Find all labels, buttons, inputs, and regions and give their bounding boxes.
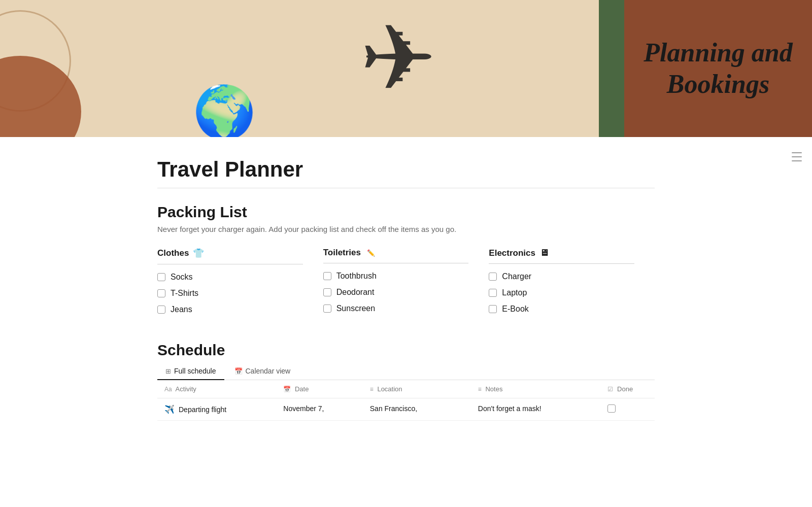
checkbox-laptop[interactable] [489,289,497,297]
scrollbar[interactable] [792,152,802,161]
checkbox-jeans[interactable] [157,306,165,314]
schedule-table: Aa Activity 📅 Date ≡ Location ≡ Notes [157,380,655,421]
list-item[interactable]: T-Shirts [157,289,303,298]
date-cell[interactable]: November 7, [276,398,362,421]
item-label: Socks [171,273,193,282]
electronics-label: Electronics [489,248,535,258]
toiletries-column-header: Toiletries ✏️ [323,248,469,263]
item-label: T-Shirts [171,289,198,298]
activity-emoji: ✈️ [164,404,175,414]
pencil-icon: ✏️ [367,249,375,257]
packing-list-title: Packing List [157,204,655,221]
list-item[interactable]: Toothbrush [323,272,469,281]
table-header-row: Aa Activity 📅 Date ≡ Location ≡ Notes [157,380,655,398]
tab-calendar-label: Calendar view [246,367,291,375]
list-item[interactable]: Laptop [489,288,634,297]
activity-name: Departing flight [179,405,226,414]
header-banner: ✈ 🌍 Planning and Bookings [0,0,812,137]
checkbox-toothbrush[interactable] [323,272,331,280]
brown-section: Planning and Bookings [624,0,812,137]
th-notes: ≡ Notes [471,380,601,398]
packing-list-description: Never forget your charger again. Add you… [157,225,655,233]
scrollbar-track-2 [792,160,802,161]
date-value: November 7, [283,404,324,413]
aa-icon: Aa [164,386,172,393]
toiletries-label: Toiletries [323,248,361,258]
page-title: Travel Planner [157,157,655,182]
clothes-label: Clothes [157,248,189,258]
item-label: Sunscreen [336,304,376,313]
main-content: Travel Planner Packing List Never forget… [127,137,685,441]
packing-columns: Clothes 👕 Socks T-Shirts Jeans [157,248,655,321]
notes-value: Don't forget a mask! [478,404,542,413]
notes-cell[interactable]: Don't forget a mask! [471,398,601,421]
list-item[interactable]: E-Book [489,305,634,314]
tab-full-schedule[interactable]: ⊞ Full schedule [157,363,224,380]
checkbox-deodorant[interactable] [323,288,331,296]
item-label: Charger [502,272,531,281]
checkbox-sunscreen[interactable] [323,305,331,313]
activity-cell[interactable]: ✈️ Departing flight [157,398,276,421]
done-icon: ☑ [607,386,613,393]
clothes-column: Clothes 👕 Socks T-Shirts Jeans [157,248,323,321]
globe-illustration: 🌍 [193,82,256,137]
scrollbar-track [792,152,802,153]
calendar-icon: 📅 [234,367,243,375]
table-row: ✈️ Departing flight November 7, San Fran… [157,398,655,421]
th-done: ☑ Done [600,380,655,398]
item-label: E-Book [502,305,528,314]
title-divider [157,188,655,188]
th-location: ≡ Location [363,380,471,398]
notes-icon: ≡ [478,386,482,393]
electronics-column: Electronics 🖥 Charger Laptop E-Book [489,248,655,321]
item-label: Laptop [502,288,527,297]
item-label: Deodorant [336,288,375,297]
clothes-icon: 👕 [193,248,204,259]
item-label: Toothbrush [336,272,377,281]
banner-right-panel: Planning and Bookings [599,0,812,137]
tab-full-schedule-label: Full schedule [174,367,216,375]
list-item[interactable]: Jeans [157,305,303,314]
checkbox-tshirts[interactable] [157,289,165,297]
scrollbar-thumb [792,156,802,157]
green-strip [599,0,624,137]
location-icon: ≡ [370,386,374,393]
th-activity: Aa Activity [157,380,276,398]
checkbox-ebook[interactable] [489,305,497,313]
packing-list-section: Packing List Never forget your charger a… [157,204,655,321]
location-value: San Francisco, [370,404,417,413]
list-item[interactable]: Sunscreen [323,304,469,313]
electronics-column-header: Electronics 🖥 [489,248,634,264]
done-cell[interactable] [600,398,655,421]
checkbox-socks[interactable] [157,273,165,281]
tab-calendar-view[interactable]: 📅 Calendar view [226,363,299,380]
date-icon: 📅 [283,386,291,393]
checkbox-charger[interactable] [489,273,497,281]
clothes-column-header: Clothes 👕 [157,248,303,264]
table-icon: ⊞ [165,367,171,375]
location-cell[interactable]: San Francisco, [363,398,471,421]
list-item[interactable]: Socks [157,273,303,282]
schedule-section: Schedule ⊞ Full schedule 📅 Calendar view… [157,342,655,421]
banner-title: Planning and Bookings [644,37,792,100]
th-date: 📅 Date [276,380,362,398]
toiletries-column: Toiletries ✏️ Toothbrush Deodorant Sunsc… [323,248,489,321]
done-checkbox[interactable] [607,404,616,413]
schedule-title: Schedule [157,342,655,359]
item-label: Jeans [171,305,192,314]
list-item[interactable]: Deodorant [323,288,469,297]
electronics-icon: 🖥 [539,248,549,258]
schedule-tabs: ⊞ Full schedule 📅 Calendar view [157,363,655,380]
plane-illustration: ✈ [360,5,436,111]
list-item[interactable]: Charger [489,272,634,281]
